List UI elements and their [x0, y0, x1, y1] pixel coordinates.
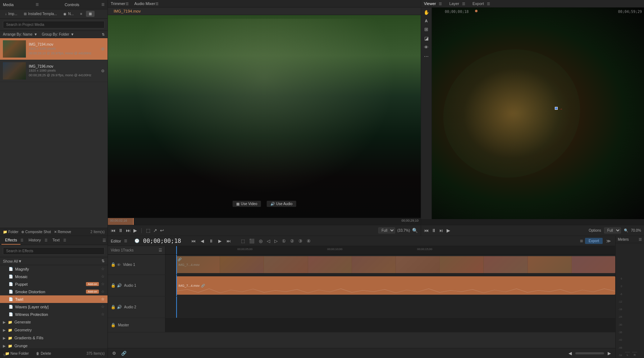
effects-menu-icon[interactable]: ☰ — [20, 239, 23, 242]
play-pause-icon[interactable]: ⏸ — [118, 228, 123, 233]
tab-viewer[interactable]: Viewer — [424, 1, 436, 6]
effect-item-twirl[interactable]: 📄 Twirl ☆ — [0, 295, 108, 303]
new-folder-btn[interactable]: 📁 New Folder — [3, 351, 31, 356]
effect-star-waves[interactable]: ☆ — [101, 304, 105, 309]
viewer-timeline[interactable] — [421, 219, 644, 225]
editor-next-frame[interactable]: ▶ — [217, 238, 223, 244]
track-speaker-icon-a1[interactable]: 🔊 — [117, 283, 122, 288]
eye-tool-icon[interactable]: 👁 — [423, 44, 429, 51]
editor-zoom-out-icon[interactable]: ◀ — [567, 350, 573, 357]
track-content-master[interactable] — [165, 318, 615, 332]
tab-layer[interactable]: Layer — [449, 1, 459, 6]
effect-item-waves[interactable]: 📄 Waves [Layer only] ☆ — [0, 303, 108, 311]
track-eye-icon[interactable]: 👁 — [117, 263, 121, 267]
effect-star-witness[interactable]: ☆ — [101, 312, 105, 317]
marker-prev-icon[interactable]: ◁ — [265, 238, 271, 244]
media-tab-templates[interactable]: ⊞ Installed Templa... — [21, 11, 60, 17]
export-menu-icon[interactable]: ☰ — [487, 2, 490, 6]
play-icon[interactable]: ▶ — [133, 228, 137, 233]
add-to-comp-icon[interactable]: ↩ — [160, 228, 164, 233]
effects-tab-text[interactable]: Text — [49, 236, 63, 245]
effects-tab-history[interactable]: History — [25, 236, 44, 245]
dot-tool-icon[interactable]: ⋯ — [423, 53, 429, 60]
transform-tool-icon[interactable]: ⊞ — [424, 26, 429, 33]
effects-sort-icon[interactable]: ⇅ — [101, 259, 105, 263]
use-video-btn[interactable]: ▦ Use Video — [233, 201, 261, 207]
controls-menu-icon[interactable]: ☰ — [101, 3, 105, 6]
marker-in-icon[interactable]: ⬚ — [239, 238, 246, 244]
trimmer-menu[interactable]: ☰ — [125, 2, 129, 6]
track-speaker-icon-a2[interactable]: 🔊 — [117, 305, 122, 309]
media-tab-grid[interactable]: ⊞ — [86, 11, 95, 17]
mask-tool-icon[interactable]: ◪ — [424, 35, 429, 42]
remove-btn[interactable]: ✕ Remove — [54, 230, 71, 234]
clip-out-icon[interactable]: ↗ — [153, 228, 157, 233]
arrange-arrow[interactable]: ▼ — [34, 32, 37, 36]
sort-icon[interactable]: ⇅ — [102, 32, 105, 36]
category-gradients[interactable]: ▶ 📁 Gradients & Fills — [0, 334, 108, 342]
track-content-audio2[interactable] — [165, 296, 615, 318]
zoom-icon[interactable]: 🔍 — [412, 228, 418, 233]
text-tool-icon[interactable]: A — [424, 18, 429, 24]
effect-star-puppet[interactable]: ☆ — [101, 282, 105, 286]
editor-zoom-in-icon[interactable]: ▶ — [606, 350, 612, 357]
tracks-menu[interactable]: ☰ — [159, 248, 162, 253]
track-lock-icon-a1[interactable]: 🔒 — [111, 283, 116, 288]
editor-play-pause[interactable]: ⏸ — [207, 238, 215, 244]
effect-item-mosaic[interactable]: 📄 Mosaic ☆ — [0, 273, 108, 280]
viewer-options-btn[interactable]: Options — [589, 228, 601, 232]
tab-export[interactable]: Export — [472, 1, 484, 6]
editor-go-end[interactable]: ⏭ — [225, 238, 232, 244]
media-item[interactable]: IMG_7194.mov 1920 x 1080 pixels 00:00;29… — [0, 38, 108, 60]
effect-item-witness[interactable]: 📄 Witness Protection ☆ — [0, 311, 108, 318]
effect-item-puppet[interactable]: 📄 Puppet Add-on ☆ — [0, 280, 108, 288]
export-button[interactable]: Export — [585, 238, 603, 244]
editor-link-icon[interactable]: 🔗 — [120, 350, 128, 357]
editor-prev-frame[interactable]: ◀ — [199, 238, 205, 244]
media-gear-icon-1[interactable]: ⚙ — [101, 47, 105, 51]
viewer-zoom-icon[interactable]: 🔍 — [624, 228, 628, 232]
effects-search-input[interactable] — [3, 247, 105, 255]
viewer-quality-select[interactable]: Full — [604, 227, 621, 234]
effects-panel-menu[interactable]: ☰ — [102, 238, 106, 243]
video1-clip[interactable]: IMG_7...4.mov — [176, 256, 615, 273]
media-tab-list[interactable]: ≡ — [77, 11, 85, 17]
marker-4-icon[interactable]: ④ — [305, 238, 312, 244]
show-all-arrow[interactable]: ▼ — [18, 259, 22, 263]
marker-1-icon[interactable]: ① — [280, 238, 287, 244]
marker-add-icon[interactable]: ◎ — [257, 238, 264, 244]
clip-in-icon[interactable]: ⬚ — [146, 228, 150, 233]
use-audio-btn[interactable]: 🔊 Use Audio — [267, 201, 296, 207]
media-tab-n[interactable]: ◉ N... — [60, 11, 77, 17]
group-arrow[interactable]: ▼ — [70, 32, 74, 36]
effect-star-twirl[interactable]: ☆ — [101, 297, 105, 302]
media-menu-icon[interactable]: ☰ — [36, 3, 39, 6]
effect-star-smoke[interactable]: ☆ — [101, 289, 105, 294]
track-content-audio1[interactable]: IMG_7...4.mov 🔗 — [165, 275, 615, 296]
viewer-play-pause[interactable]: ⏸ — [431, 228, 436, 233]
viewer-menu-icon[interactable]: ☰ — [439, 2, 442, 6]
media-search-input[interactable] — [3, 21, 105, 28]
effects-tab-effects[interactable]: Effects — [1, 236, 20, 245]
marker-next-icon[interactable]: ▷ — [273, 238, 279, 244]
track-lock-icon-master[interactable]: 🔒 — [111, 323, 116, 327]
history-menu-icon[interactable]: ☰ — [45, 239, 47, 242]
delete-btn[interactable]: 🗑 Delete — [34, 351, 53, 356]
viewer-skip-start[interactable]: ⏮ — [424, 228, 429, 233]
text-menu-icon[interactable]: ☰ — [63, 239, 66, 242]
media-item[interactable]: IMG_7196.mov 1920 x 1080 pixels 00:00;28… — [0, 60, 108, 82]
category-geometry[interactable]: ▶ 📁 Geometry — [0, 326, 108, 334]
trimmer-timeline[interactable]: 00;00;02;16 00;00;29;10 — [108, 218, 421, 225]
media-gear-icon-2[interactable]: ⚙ — [101, 69, 105, 73]
folder-btn[interactable]: 📁 Folder — [3, 230, 18, 234]
editor-scroll-bar[interactable] — [575, 352, 604, 354]
effect-item-smoke[interactable]: 📄 Smoke Distortion Add-on ☆ — [0, 288, 108, 295]
effect-item-magnify[interactable]: 📄 Magnify ☆ — [0, 265, 108, 273]
meters-menu-icon[interactable]: ☰ — [639, 237, 642, 241]
marker-out-icon[interactable]: ⬛ — [248, 238, 256, 244]
timeline-ruler[interactable]: 00;00;05;00 00;00;10;00 00;00;15;00 — [165, 246, 615, 255]
track-lock-icon-a2[interactable]: 🔒 — [111, 305, 116, 309]
marker-3-icon[interactable]: ③ — [297, 238, 304, 244]
hand-tool-icon[interactable]: ✋ — [423, 9, 430, 16]
marker-2-icon[interactable]: ② — [289, 238, 296, 244]
